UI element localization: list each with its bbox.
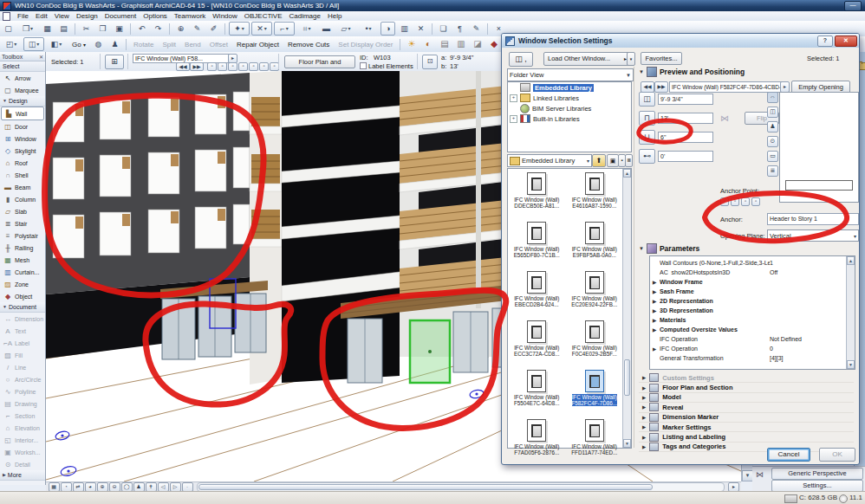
- tool-drawing[interactable]: ▤Drawing: [0, 397, 45, 410]
- parameter-row[interactable]: ▶IFC Operation0: [650, 344, 846, 353]
- cut-icon[interactable]: ✂: [79, 22, 94, 36]
- tool-polyline[interactable]: ∿Polyline: [0, 385, 45, 397]
- section-custom-settings[interactable]: ▶Custom Settings: [639, 373, 854, 383]
- slab-ref-icon[interactable]: ▱▾: [335, 22, 356, 36]
- scroll-down-icon[interactable]: ▼: [847, 360, 855, 369]
- menu-objective[interactable]: OBJECTiVE: [241, 11, 286, 21]
- inject-parameters-icon[interactable]: ✐: [206, 22, 221, 36]
- new-icon[interactable]: ▢: [1, 22, 16, 36]
- library-location-dropdown[interactable]: Embedded Library▾: [507, 154, 592, 167]
- section-model[interactable]: ▶Model: [639, 393, 854, 403]
- pen-icon[interactable]: •▾: [358, 22, 379, 36]
- remove-cuts-button[interactable]: Remove Cuts: [283, 41, 334, 48]
- anchor-point-button[interactable]: ▫: [741, 197, 750, 206]
- grid-snap-icon[interactable]: ⌗▾: [296, 22, 317, 36]
- tree-item-embedded-library[interactable]: Embedded Library: [508, 82, 631, 93]
- section-reveal[interactable]: ▶Reveal: [639, 403, 854, 412]
- trim-dropdown[interactable]: ✕▾: [251, 22, 272, 36]
- panes-toggle-icon[interactable]: ◫ ,: [509, 52, 533, 67]
- menu-options[interactable]: Options: [140, 11, 171, 21]
- cancel-button[interactable]: Cancel: [767, 448, 810, 462]
- tool-detail[interactable]: ⊙Detail: [0, 458, 45, 470]
- view-3d-icon[interactable]: ◫▾: [23, 37, 44, 51]
- markup-icon[interactable]: ✎: [469, 22, 484, 36]
- tool-column[interactable]: ▮Column: [0, 193, 45, 205]
- close-extras-icon[interactable]: ✕: [413, 22, 428, 36]
- parameter-row[interactable]: ▶Computed Oversize Values: [650, 325, 846, 334]
- print-icon[interactable]: ▤: [56, 22, 71, 36]
- undo-icon[interactable]: ↶: [134, 22, 149, 36]
- library-item[interactable]: IFC Window (Wall)E565DF80-7C1B...: [508, 218, 566, 268]
- up-one-level-icon[interactable]: ⬆: [592, 154, 606, 167]
- toolbox-section-document[interactable]: ▼Document: [0, 302, 45, 313]
- label-elements-checkbox[interactable]: [360, 62, 367, 69]
- anchor-button[interactable]: ▫: [259, 62, 269, 71]
- go-dropdown[interactable]: Go ▾: [68, 41, 90, 48]
- tool-arrow[interactable]: ↖Arrow: [0, 72, 45, 84]
- save-icon[interactable]: ▦: [40, 22, 55, 36]
- tool-polystair[interactable]: ≡Polystair: [0, 229, 45, 242]
- menu-file[interactable]: File: [14, 11, 32, 21]
- tool-worksh[interactable]: ▣Worksh...: [0, 446, 45, 458]
- renovation-filter-icon[interactable]: ◑: [380, 22, 395, 36]
- anchor-point-button[interactable]: ▫: [751, 197, 760, 206]
- coord-a-value[interactable]: 9'-9 3/4": [450, 54, 473, 61]
- load-flyout-icon[interactable]: ▾: [627, 52, 635, 66]
- opening-plane-dropdown[interactable]: Vertical▾: [767, 229, 859, 242]
- adjust-dropdown[interactable]: ⌐▾: [274, 22, 295, 36]
- find-select-icon[interactable]: ⊕: [173, 22, 188, 36]
- tool-stair[interactable]: ≣Stair: [0, 217, 45, 229]
- height-field[interactable]: 13': [658, 113, 713, 124]
- tool-roof[interactable]: ⌂Roof: [0, 157, 45, 169]
- window-tool-icon[interactable]: ⊞: [105, 55, 124, 69]
- sill-height-field[interactable]: 6": [658, 132, 713, 143]
- paste-icon[interactable]: ▣: [112, 22, 127, 36]
- open-icon[interactable]: ❒▾: [17, 22, 38, 36]
- width-field[interactable]: 9'-9 3/4": [658, 94, 713, 105]
- explore-icon[interactable]: ♟: [107, 37, 122, 51]
- tool-label[interactable]: ⌐ALabel: [0, 337, 45, 349]
- sill-height-icon[interactable]: ⊔: [639, 130, 655, 145]
- tool-window[interactable]: ⊞Window: [0, 132, 45, 145]
- section-dimension-marker[interactable]: ▶Dimension Marker: [639, 413, 854, 423]
- preview-3d-icon[interactable]: ⊙: [767, 136, 778, 147]
- tool-mesh[interactable]: ▦Mesh: [0, 254, 45, 266]
- tool-railing[interactable]: ╫Railing: [0, 242, 45, 254]
- parameter-row[interactable]: Wall Contours (0-None,1-Full,2-Side,3-Le…: [650, 258, 846, 268]
- library-item[interactable]: IFC Window (Wall)F582FC4F-7D86...: [566, 366, 624, 416]
- scroll-up-icon[interactable]: ▲: [847, 256, 855, 265]
- parameter-row[interactable]: ▶3D Representation: [650, 306, 846, 315]
- load-other-window-button[interactable]: Load Other Window...▸: [543, 52, 630, 66]
- next-object-button[interactable]: ▶▶: [654, 81, 668, 93]
- menu-cadimage[interactable]: Cadimage: [285, 11, 323, 21]
- tool-text[interactable]: AText: [0, 325, 45, 337]
- width-icon[interactable]: ◫: [639, 92, 655, 107]
- menu-help[interactable]: Help: [324, 11, 345, 21]
- menu-teamwork[interactable]: Teamwork: [171, 11, 209, 21]
- section-listing-and-labeling[interactable]: ▶Listing and Labeling: [639, 432, 854, 442]
- parameter-row[interactable]: ▶Sash Frame: [650, 287, 846, 296]
- hotlink-icon[interactable]: ❏: [436, 22, 451, 36]
- expand-icon[interactable]: +: [510, 115, 517, 123]
- redo-icon[interactable]: ↷: [151, 22, 166, 36]
- library-item[interactable]: IFC Window (Wall)DDECB50E-A81...: [508, 169, 566, 218]
- preview-side-view-icon[interactable]: ♟: [767, 121, 778, 132]
- list-view-icon[interactable]: ≣: [625, 154, 633, 167]
- library-item[interactable]: IFC Window (Wall)E9FBF5AB-0A0...: [566, 218, 624, 268]
- toolbox-section-more[interactable]: ▶More: [0, 470, 45, 481]
- tool-wall[interactable]: ▙Wall: [1, 107, 44, 120]
- toolbox-section-design[interactable]: ▼Design: [0, 96, 45, 107]
- preview-picture-icon[interactable]: ▭: [767, 151, 778, 162]
- tool-dimension[interactable]: ↔Dimension: [0, 313, 45, 325]
- library-item[interactable]: IFC Window (Wall)F7AD05F6-2876...: [508, 416, 566, 465]
- layer-settings-icon[interactable]: ▥: [397, 22, 412, 36]
- preview-plan-icon[interactable]: ⇔: [767, 92, 778, 103]
- library-item[interactable]: IFC Window (Wall)EBECD2B4-624...: [508, 268, 566, 317]
- height-icon[interactable]: ⊓: [639, 111, 655, 126]
- header-height-field[interactable]: 0': [658, 151, 713, 162]
- parameter-row[interactable]: ▶Window Frame: [650, 277, 846, 287]
- tree-item-linked-libraries[interactable]: +Linked Libraries: [508, 93, 631, 103]
- preview-front-view-icon[interactable]: ◫: [767, 107, 778, 118]
- close-icon[interactable]: ✕: [39, 54, 43, 60]
- scroll-down-icon[interactable]: ▼: [623, 439, 631, 448]
